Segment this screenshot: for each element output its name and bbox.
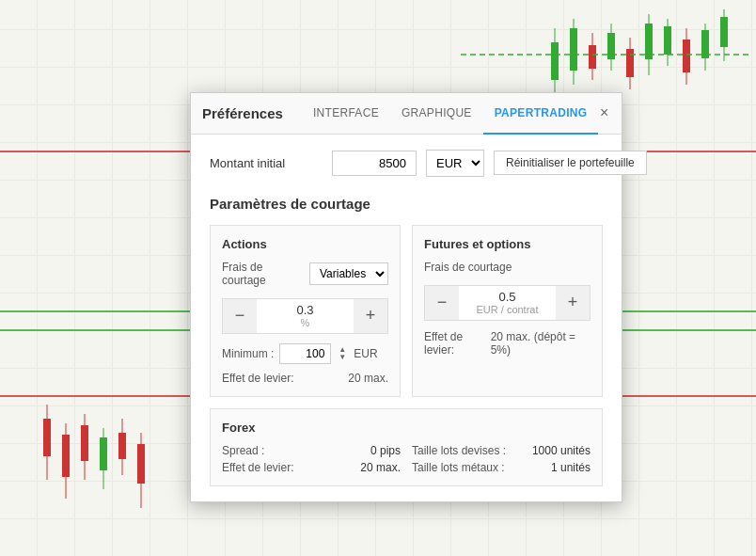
futures-effet-label: Effet de levier: (424, 330, 491, 357)
modal-body: Montant initial EUR USD Réinitialiser le… (191, 135, 622, 501)
actions-frais-select[interactable]: Variables Fixes (309, 262, 388, 285)
actions-min-label: Minimum : (222, 347, 274, 360)
forex-taille-metaux-label: Taille lots métaux : (412, 461, 505, 474)
futures-decrement-button[interactable]: − (425, 286, 459, 320)
actions-increment-button[interactable]: + (354, 299, 387, 333)
forex-taille-metaux-row: Taille lots métaux : 1 unités (412, 461, 591, 474)
actions-min-currency: EUR (354, 347, 377, 360)
forex-taille-devises-row: Taille lots devises : 1000 unités (412, 444, 591, 457)
futures-increment-button[interactable]: + (556, 286, 590, 320)
actions-stepper: − 0.3 % + (222, 298, 388, 334)
forex-effet-label: Effet de levier: (222, 461, 294, 474)
tab-interface[interactable]: INTERFACE (302, 93, 390, 135)
forex-title: Forex (222, 421, 591, 435)
montant-row: Montant initial EUR USD Réinitialiser le… (210, 150, 603, 177)
forex-taille-devises-label: Taille lots devises : (412, 444, 506, 457)
futures-frais-label: Frais de courtage (424, 261, 512, 274)
modal-title: Préférences (202, 105, 283, 121)
forex-spread-row: Spread : 0 pips (222, 444, 401, 457)
actions-title: Actions (222, 237, 388, 251)
actions-decrement-button[interactable]: − (223, 299, 257, 333)
montant-label: Montant initial (210, 156, 323, 170)
forex-grid: Spread : 0 pips Taille lots devises : 10… (222, 444, 591, 474)
forex-taille-devises-value: 1000 unités (532, 444, 591, 457)
forex-effet-row: Effet de levier: 20 max. (222, 461, 401, 474)
currency-select[interactable]: EUR USD (426, 150, 484, 177)
forex-taille-metaux-value: 1 unités (551, 461, 591, 474)
actions-effet-label: Effet de levier: (222, 372, 294, 385)
actions-min-row: Minimum : ▲ ▼ EUR (222, 343, 388, 364)
actions-box: Actions Frais de courtage Variables Fixe… (210, 225, 401, 397)
tab-graphique[interactable]: GRAPHIQUE (390, 93, 483, 135)
params-section-title: Paramètres de courtage (210, 196, 603, 212)
futures-effet-value: 20 max. (dépôt = 5%) (491, 330, 591, 357)
futures-frais-row: Frais de courtage (424, 261, 591, 274)
tab-papertrading[interactable]: PAPERTRADING (483, 93, 599, 135)
actions-min-spinner[interactable]: ▲ ▼ (337, 346, 348, 361)
forex-spread-value: 0 pips (370, 444, 401, 457)
actions-effet-row: Effet de levier: 20 max. (222, 372, 388, 385)
preferences-modal: Préférences INTERFACE GRAPHIQUE PAPERTRA… (190, 92, 622, 502)
futures-effet-row: Effet de levier: 20 max. (dépôt = 5%) (424, 330, 591, 357)
actions-min-down[interactable]: ▼ (337, 354, 348, 361)
actions-frais-row: Frais de courtage Variables Fixes (222, 261, 388, 287)
close-button[interactable]: × (598, 100, 610, 126)
forex-effet-value: 20 max. (360, 461, 401, 474)
params-grid: Actions Frais de courtage Variables Fixe… (210, 225, 603, 397)
actions-stepper-value: 0.3 % (257, 303, 354, 328)
montant-input[interactable] (332, 151, 417, 176)
futures-stepper-value: 0.5 EUR / contrat (459, 290, 556, 315)
futures-title: Futures et options (424, 237, 591, 251)
futures-box: Futures et options Frais de courtage − 0… (412, 225, 603, 397)
actions-effet-value: 20 max. (348, 372, 388, 385)
futures-stepper: − 0.5 EUR / contrat + (424, 285, 591, 321)
actions-min-input[interactable] (279, 343, 331, 364)
actions-frais-label: Frais de courtage (222, 261, 309, 287)
reset-button[interactable]: Réinitialiser le portefeuille (494, 151, 647, 175)
forex-box: Forex Spread : 0 pips Taille lots devise… (210, 408, 603, 486)
forex-spread-label: Spread : (222, 444, 264, 457)
modal-overlay: Préférences INTERFACE GRAPHIQUE PAPERTRA… (0, 0, 756, 556)
modal-tab-bar: Préférences INTERFACE GRAPHIQUE PAPERTRA… (191, 93, 622, 135)
